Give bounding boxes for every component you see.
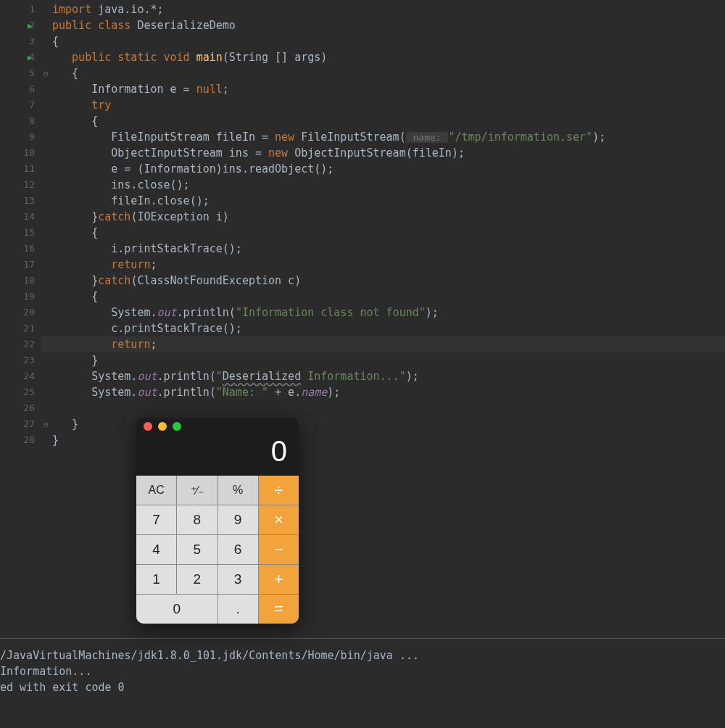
line-number: 10 <box>0 145 35 161</box>
code-line[interactable]: } <box>52 352 725 368</box>
run-gutter-icon[interactable]: ▶ <box>28 21 33 30</box>
digit-3-button[interactable]: 3 <box>218 565 258 594</box>
code-line[interactable] <box>52 400 725 416</box>
line-number: 28 <box>0 432 35 448</box>
digit-2-button[interactable]: 2 <box>177 565 217 594</box>
calculator-window[interactable]: 0 AC⁺∕₋%÷789×456−123+0.= <box>136 418 299 624</box>
digit-6-button[interactable]: 6 <box>218 535 258 564</box>
code-line[interactable]: { <box>52 289 725 305</box>
code-line[interactable]: { <box>52 33 725 49</box>
line-number: 21 <box>0 320 35 336</box>
code-line[interactable]: }catch(IOException i) <box>52 209 725 225</box>
code-content[interactable]: import java.io.*;public class Deserializ… <box>52 1 725 448</box>
line-number-gutter: 1234567891011121314151617181920212223242… <box>0 0 41 638</box>
line-number: 5 <box>0 65 35 81</box>
line-number: 3 <box>0 33 35 49</box>
code-line[interactable]: e = (Information)ins.readObject(); <box>52 161 725 177</box>
line-number: 13 <box>0 193 35 209</box>
line-number: 7 <box>0 97 35 113</box>
code-line[interactable]: { <box>52 113 725 129</box>
console-line: Information... <box>0 663 725 679</box>
code-line[interactable]: import java.io.*; <box>52 1 725 17</box>
code-line[interactable]: return; <box>52 257 725 273</box>
line-number: 14 <box>0 209 35 225</box>
run-console[interactable]: /JavaVirtualMachines/jdk1.8.0_101.jdk/Co… <box>0 638 725 728</box>
code-line[interactable]: }catch(ClassNotFoundException c) <box>52 273 725 289</box>
add-button[interactable]: + <box>259 565 299 594</box>
code-editor[interactable]: 1234567891011121314151617181920212223242… <box>0 0 725 638</box>
console-line: /JavaVirtualMachines/jdk1.8.0_101.jdk/Co… <box>0 648 725 663</box>
code-line[interactable]: public static void main(String [] args) <box>52 49 725 65</box>
close-icon[interactable] <box>144 422 152 431</box>
code-line[interactable]: i.printStackTrace(); <box>52 241 725 257</box>
code-line[interactable]: System.out.println("Information class no… <box>52 305 725 320</box>
line-number: 12 <box>0 177 35 193</box>
digit-7-button[interactable]: 7 <box>136 505 176 534</box>
line-number: 26 <box>0 400 35 416</box>
line-number: 1 <box>0 1 35 17</box>
zoom-icon[interactable] <box>173 422 181 431</box>
line-number: 24 <box>0 368 35 384</box>
line-number: 23 <box>0 352 35 368</box>
code-line[interactable]: { <box>52 225 725 241</box>
divide-button[interactable]: ÷ <box>259 476 299 505</box>
fold-close-icon[interactable]: ⊟ <box>44 421 48 429</box>
calculator-titlebar[interactable] <box>136 418 299 435</box>
code-line[interactable]: System.out.println("Deserialized Informa… <box>52 368 725 384</box>
line-number: 11 <box>0 161 35 177</box>
line-number: 9 <box>0 129 35 145</box>
code-line[interactable]: public class DeserializeDemo <box>52 17 725 33</box>
calculator-display: 0 <box>136 435 299 476</box>
line-number: 27 <box>0 416 35 432</box>
code-line[interactable]: System.out.println("Name: " + e.name); <box>52 384 725 400</box>
code-line[interactable]: FileInputStream fileIn = new FileInputSt… <box>52 129 725 145</box>
digit-4-button[interactable]: 4 <box>136 535 176 564</box>
equals-button[interactable]: = <box>259 595 299 624</box>
code-line[interactable]: { <box>52 65 725 81</box>
fold-open-icon[interactable]: ⊟ <box>44 70 48 78</box>
line-number: 8 <box>0 113 35 129</box>
line-number: 20 <box>0 305 35 320</box>
calculator-keypad: AC⁺∕₋%÷789×456−123+0.= <box>136 476 299 624</box>
line-number: 25 <box>0 384 35 400</box>
percent-button[interactable]: % <box>218 476 258 505</box>
code-line[interactable]: Information e = null; <box>52 81 725 97</box>
line-number: 22 <box>0 336 35 352</box>
code-line[interactable]: return; <box>52 336 725 352</box>
digit-1-button[interactable]: 1 <box>136 565 176 594</box>
line-number: 16 <box>0 241 35 257</box>
code-line[interactable]: ObjectInputStream ins = new ObjectInputS… <box>52 145 725 161</box>
line-number: 6 <box>0 81 35 97</box>
digit-8-button[interactable]: 8 <box>177 505 217 534</box>
code-line[interactable]: ins.close(); <box>52 177 725 193</box>
sign-button[interactable]: ⁺∕₋ <box>177 476 217 505</box>
digit-5-button[interactable]: 5 <box>177 535 217 564</box>
code-line[interactable]: try <box>52 97 725 113</box>
decimal-button[interactable]: . <box>218 595 258 624</box>
line-number: 19 <box>0 289 35 305</box>
run-gutter-icon[interactable]: ▶ <box>28 53 33 62</box>
code-line[interactable]: fileIn.close(); <box>52 193 725 209</box>
multiply-button[interactable]: × <box>259 505 299 534</box>
digit-9-button[interactable]: 9 <box>218 505 258 534</box>
subtract-button[interactable]: − <box>259 535 299 564</box>
line-number: 17 <box>0 257 35 273</box>
console-line: ed with exit code 0 <box>0 679 725 695</box>
line-number: 18 <box>0 273 35 289</box>
code-line[interactable]: c.printStackTrace(); <box>52 320 725 336</box>
clear-button[interactable]: AC <box>136 476 176 505</box>
minimize-icon[interactable] <box>158 422 167 431</box>
digit-0-button[interactable]: 0 <box>136 595 218 624</box>
line-number: 15 <box>0 225 35 241</box>
